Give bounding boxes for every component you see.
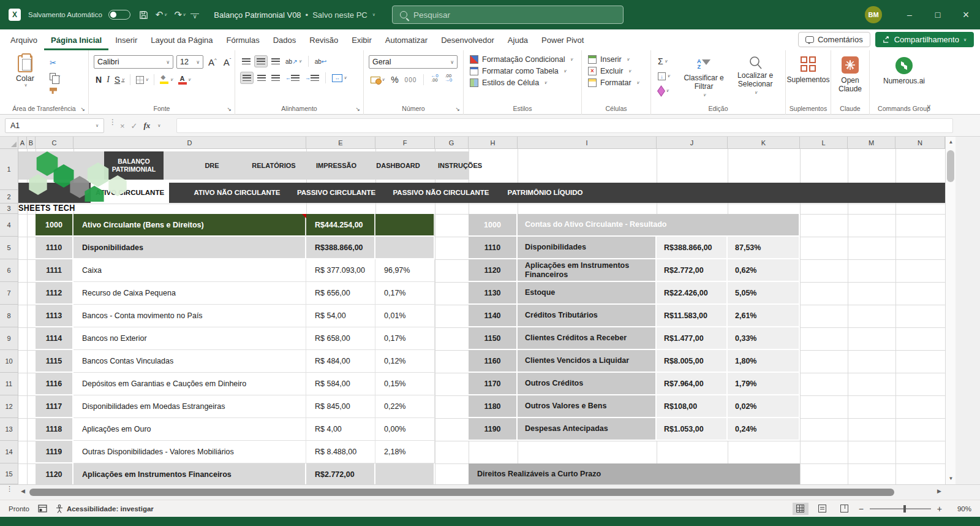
format-as-table-button[interactable]: Formatar como Tabela∨ — [470, 67, 581, 75]
cell-percent[interactable]: 1,80% — [728, 350, 800, 373]
cell-value[interactable]: R$388.866,00 — [306, 237, 375, 259]
cell-code[interactable]: 1113 — [36, 305, 74, 327]
column-header-h[interactable]: H — [469, 137, 518, 149]
save-icon[interactable] — [137, 10, 151, 20]
nav-tab-dashboard[interactable]: DASHBOARD — [368, 151, 429, 180]
accessibility-status[interactable]: Acessibilidade: investigar — [56, 505, 154, 513]
cell-code[interactable]: 1120 — [469, 259, 518, 282]
name-box[interactable]: A1∨ — [5, 118, 104, 133]
cell-value[interactable]: R$2.772,00 — [306, 463, 375, 484]
cell-code[interactable]: 1115 — [36, 350, 74, 373]
zoom-slider[interactable] — [870, 508, 931, 509]
cell-value[interactable]: R$ 658,00 — [306, 327, 375, 350]
vertical-scrollbar[interactable]: ▲ ▼ — [945, 137, 956, 484]
cell-percent[interactable]: 87,53% — [728, 237, 800, 259]
cell-description[interactable]: Caixa — [74, 259, 306, 282]
cell-description[interactable]: Outras Disponibilidades - Valores Mobili… — [74, 441, 306, 463]
row-header-6[interactable]: 6 — [0, 259, 18, 282]
merge-center-button[interactable]: ↔∨ — [330, 72, 349, 84]
bold-button[interactable]: N — [94, 74, 104, 86]
cell-description[interactable]: Aplicações em Instrumentos Financeiros — [518, 259, 657, 282]
nav-tab-dre[interactable]: DRE — [181, 151, 243, 180]
decrease-indent-button[interactable]: ← — [284, 72, 301, 84]
row-header-7[interactable]: 7 — [0, 282, 18, 305]
zoom-in-button[interactable]: + — [937, 504, 942, 514]
row-header-11[interactable]: 11 — [0, 373, 18, 395]
cell-percent[interactable]: 0,00% — [375, 418, 435, 441]
cell-percent[interactable]: 0,15% — [375, 373, 435, 395]
orientation-button[interactable]: ab↗∨ — [284, 55, 304, 67]
comments-button[interactable]: Comentários — [798, 32, 870, 47]
column-header-j[interactable]: J — [657, 137, 728, 149]
column-header-a[interactable]: A — [18, 137, 27, 149]
ribbon-tab-desenvolvedor[interactable]: Desenvolvedor — [434, 31, 501, 50]
page-break-view-button[interactable] — [837, 503, 853, 515]
share-button[interactable]: Compartilhamento ∨ — [875, 32, 974, 47]
row-header-15[interactable]: 15 — [0, 463, 18, 484]
header-title-cell[interactable]: Ativo Circulante (Bens e Direitos) — [74, 214, 306, 237]
numerous-ai-button[interactable]: Numerous.ai — [870, 55, 938, 85]
formula-input[interactable] — [176, 118, 953, 133]
column-header-n[interactable]: N — [895, 137, 945, 149]
row-header-10[interactable]: 10 — [0, 350, 18, 373]
dialog-launcher-icon[interactable]: ↘ — [227, 106, 232, 112]
nav-tab-impressa-o[interactable]: IMPRESSÃO — [306, 151, 367, 180]
normal-view-button[interactable] — [793, 503, 809, 515]
cell-description[interactable]: Depósitos em Garantias e Cauções em Dinh… — [74, 373, 306, 395]
align-center-button[interactable] — [255, 72, 268, 84]
avatar[interactable]: BM — [865, 6, 882, 23]
italic-button[interactable]: I — [105, 74, 111, 86]
header-code-cell[interactable]: 1000 — [469, 214, 518, 237]
cell-value[interactable]: R$7.964,00 — [657, 373, 728, 395]
zoom-level[interactable]: 90% — [948, 505, 971, 513]
cell-code[interactable]: 1130 — [469, 282, 518, 305]
subnav-tab-patrimo-nio-li-quido[interactable]: PATRIMÔNIO LÍQUIDO — [478, 183, 612, 203]
cut-button[interactable]: ✂ — [48, 56, 62, 69]
cell-value[interactable]: R$1.477,00 — [657, 327, 728, 350]
cell-percent[interactable]: 2,18% — [375, 441, 435, 463]
cell-code[interactable]: 1160 — [469, 350, 518, 373]
nav-tab-instruc-o-es[interactable]: INSTRUÇÕES — [429, 151, 491, 180]
scroll-right-icon[interactable]: ▶ — [937, 488, 941, 494]
cell-percent[interactable]: 1,79% — [728, 373, 800, 395]
horizontal-scroll-thumb[interactable] — [29, 489, 894, 496]
cell-code[interactable]: 1112 — [36, 282, 74, 305]
cell-styles-button[interactable]: Estilos de Célula∨ — [470, 78, 581, 87]
align-bottom-button[interactable] — [270, 55, 282, 67]
cell-code[interactable]: 1120 — [36, 463, 74, 484]
percent-style-button[interactable]: % — [389, 74, 400, 86]
header-pct-cell[interactable] — [375, 214, 435, 237]
excel-app-icon[interactable]: X — [9, 9, 21, 21]
cell-value[interactable]: R$ 656,00 — [306, 282, 375, 305]
cell-description[interactable]: Outros Créditos — [518, 373, 657, 395]
ribbon-tab-exibir[interactable]: Exibir — [345, 31, 379, 50]
cell-value[interactable]: R$ 845,00 — [306, 395, 375, 418]
dialog-launcher-icon[interactable]: ↘ — [455, 106, 460, 112]
cell-code[interactable]: 1140 — [469, 305, 518, 327]
cell-description[interactable]: Aplicações em Ouro — [74, 418, 306, 441]
row-header-5[interactable]: 5 — [0, 237, 18, 259]
autosum-button[interactable]: Σ∨ — [656, 55, 672, 67]
cell-description[interactable]: Bancos - Conta movimento no País — [74, 305, 306, 327]
cell-description[interactable]: Créditos Tributários — [518, 305, 657, 327]
maximize-button[interactable]: □ — [924, 0, 952, 29]
cell-code[interactable]: 1116 — [36, 373, 74, 395]
align-right-button[interactable] — [270, 72, 282, 84]
cell-percent[interactable]: 2,61% — [728, 305, 800, 327]
scroll-up-icon[interactable]: ▲ — [946, 137, 956, 147]
cell-code[interactable]: 1111 — [36, 259, 74, 282]
cell-value[interactable]: R$1.053,00 — [657, 418, 728, 441]
align-left-button[interactable] — [240, 72, 254, 84]
cell-description[interactable]: Despesas Antecipadas — [518, 418, 657, 441]
cell-description[interactable]: Disponibilidades em Moedas Estrangeiras — [74, 395, 306, 418]
cell-percent[interactable]: 5,05% — [728, 282, 800, 305]
cell-description[interactable]: Estoque — [518, 282, 657, 305]
column-header-e[interactable]: E — [306, 137, 375, 149]
autosave-toggle[interactable] — [108, 10, 130, 20]
insert-cells-button[interactable]: Inserir∨ — [588, 55, 650, 64]
dialog-launcher-icon[interactable]: ↘ — [80, 106, 85, 112]
align-top-button[interactable] — [240, 55, 252, 67]
open-claude-button[interactable]: Open Claude — [831, 55, 869, 93]
cell-value[interactable]: R$11.583,00 — [657, 305, 728, 327]
cell-value[interactable]: R$8.005,00 — [657, 350, 728, 373]
